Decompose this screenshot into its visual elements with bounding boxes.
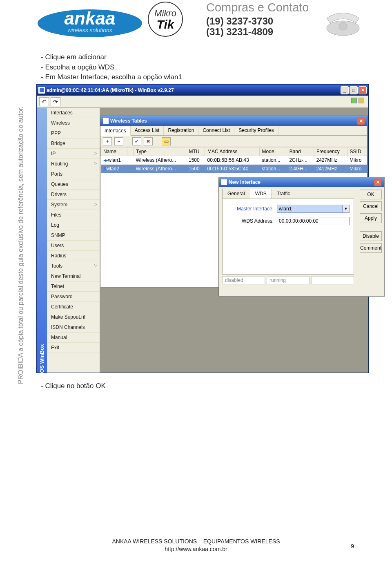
menu-item-exit[interactable]: Exit [47, 343, 100, 353]
winbox-window: admin@00:0C:42:11:04:AA (MikroTik) - Win… [36, 84, 369, 373]
instruction-after: - Clique no botão OK [41, 382, 106, 390]
menu-item-ip[interactable]: IP▷ [47, 149, 100, 159]
tab-access-list[interactable]: Access List [131, 126, 164, 135]
tab-interfaces[interactable]: Interfaces [100, 126, 131, 136]
table-cell: 2GHz-... [287, 156, 314, 165]
column-header[interactable]: Name [101, 147, 127, 156]
tab-connect-list[interactable]: Connect List [198, 126, 234, 135]
master-interface-combo[interactable]: ▼ [277, 205, 350, 213]
menu-item-queues[interactable]: Queues [47, 179, 100, 190]
page-number: 9 [351, 543, 354, 549]
svg-rect-10 [103, 118, 109, 124]
table-cell: 2427MHz [314, 156, 347, 165]
dialog-form-area: GeneralWDSTraffic Master Interface: ▼ WD… [219, 187, 357, 296]
remove-button[interactable]: − [114, 137, 123, 145]
menu-item-routing[interactable]: Routing▷ [47, 159, 100, 169]
column-header[interactable]: MTU [186, 147, 205, 156]
winbox-titlebar[interactable]: admin@00:0C:42:11:04:AA (MikroTik) - Win… [37, 85, 368, 96]
table-cell: station... [259, 165, 287, 173]
menu-item-ppp[interactable]: PPP [47, 128, 100, 138]
menu-item-new-terminal[interactable]: New Terminal [47, 271, 100, 281]
menu-item-snmp[interactable]: SNMP [47, 230, 100, 241]
menu-item-certificate[interactable]: Certificate [47, 302, 100, 312]
column-header[interactable] [127, 147, 133, 156]
disable-button[interactable]: Disable [360, 231, 382, 241]
wds-address-input[interactable] [277, 217, 350, 225]
wds-address-label: WDS Address: [227, 218, 274, 224]
disable-button[interactable]: ✖ [144, 137, 153, 145]
menu-item-interfaces[interactable]: Interfaces [47, 108, 100, 118]
contact-title: Compras e Contato [206, 1, 309, 14]
menu-item-bridge[interactable]: Bridge [47, 138, 100, 149]
column-header[interactable]: SSID [347, 147, 367, 156]
close-button[interactable]: ✕ [359, 86, 367, 94]
table-cell: station... [259, 156, 287, 165]
menu-item-system[interactable]: System▷ [47, 200, 100, 210]
menu-item-tools[interactable]: Tools▷ [47, 261, 100, 271]
cancel-button[interactable]: Cancel [360, 201, 382, 211]
menu-item-password[interactable]: Password [47, 292, 100, 302]
maximize-button[interactable]: □ [350, 86, 358, 94]
status-cell: disabled [222, 276, 265, 284]
instruction-line: - Escolha a opção WDS [41, 63, 182, 73]
tab-general[interactable]: General [222, 189, 250, 199]
table-row[interactable]: ◂▸wlan1Wireless (Athero...150000:0B:6B:5… [101, 156, 367, 165]
tab-security-profiles[interactable]: Security Profiles [234, 126, 278, 135]
tab-registration[interactable]: Registration [164, 126, 198, 135]
column-header[interactable]: Band [287, 147, 314, 156]
table-cell: Wireless (Athero... [133, 165, 186, 173]
svg-text:wireless solutions: wireless solutions [67, 27, 112, 33]
ok-button[interactable]: OK [360, 190, 382, 199]
new-interface-tabs: GeneralWDSTraffic [222, 189, 354, 199]
minimize-button[interactable]: _ [341, 86, 349, 94]
apply-button[interactable]: Apply [360, 213, 382, 223]
table-cell: 1500 [186, 165, 205, 173]
tab-traffic[interactable]: Traffic [272, 189, 296, 199]
menu-item-users[interactable]: Users [47, 241, 100, 251]
wireless-tables-titlebar[interactable]: Wireless Tables ✕ [100, 116, 367, 126]
column-header[interactable]: MAC Address [205, 147, 259, 156]
add-button[interactable]: + [103, 137, 112, 145]
svg-rect-9 [40, 88, 44, 92]
column-header[interactable]: Frequency [314, 147, 347, 156]
master-interface-input[interactable] [277, 205, 342, 213]
menu-item-wireless[interactable]: Wireless [47, 118, 100, 128]
table-row[interactable]: Xwlan2Wireless (Athero...150000:15:6D:53… [101, 165, 367, 173]
menu-item-ports[interactable]: Ports [47, 169, 100, 179]
svg-rect-11 [221, 179, 227, 185]
close-button[interactable]: ✕ [374, 179, 381, 186]
ankaa-logo: ankaa wireless solutions [37, 2, 143, 40]
table-cell: 00:15:6D:53:5C:40 [205, 165, 259, 173]
status-indicator-green [351, 98, 357, 103]
menu-item-isdn-channels[interactable]: ISDN Channels [47, 322, 100, 333]
menu-item-manual[interactable]: Manual [47, 333, 100, 343]
menu-item-make-supout-rif[interactable]: Make Supout.rif [47, 312, 100, 322]
instruction-line: - Clique em adicionar [41, 52, 182, 63]
menu-item-radius[interactable]: Radius [47, 251, 100, 261]
menu-item-files[interactable]: Files [47, 210, 100, 220]
column-header[interactable]: Type [133, 147, 186, 156]
instruction-line: - Em Master Interface, escolha a opção w… [41, 72, 182, 83]
main-menu: InterfacesWirelessPPPBridgeIP▷Routing▷Po… [47, 108, 100, 373]
table-cell: Xwlan2 [101, 165, 127, 173]
interface-table: NameTypeMTUMAC AddressModeBandFrequencyS… [100, 147, 367, 173]
menu-item-log[interactable]: Log [47, 220, 100, 230]
submenu-arrow-icon: ▷ [94, 151, 97, 155]
menu-item-drivers[interactable]: Drivers [47, 190, 100, 200]
table-cell: ◂▸wlan1 [101, 156, 127, 165]
redo-button[interactable]: ↷ [51, 97, 60, 106]
enable-button[interactable]: ✔ [132, 137, 141, 145]
undo-button[interactable]: ↶ [39, 97, 49, 106]
window-controls: _ □ ✕ [341, 86, 367, 94]
new-interface-titlebar[interactable]: New Interface ✕ [219, 177, 384, 187]
comment-button[interactable]: ▭ [162, 137, 171, 145]
phone-2: (31) 3231-4809 [206, 27, 309, 37]
status-cell [311, 276, 354, 284]
dropdown-arrow-icon[interactable]: ▼ [342, 205, 350, 213]
tab-wds[interactable]: WDS [250, 189, 272, 199]
phone-1: (19) 3237-3730 [206, 16, 309, 27]
column-header[interactable]: Mode [259, 147, 287, 156]
close-button[interactable]: ✕ [357, 117, 365, 125]
comment-button[interactable]: Comment [360, 243, 382, 253]
menu-item-telnet[interactable]: Telnet [47, 281, 100, 292]
